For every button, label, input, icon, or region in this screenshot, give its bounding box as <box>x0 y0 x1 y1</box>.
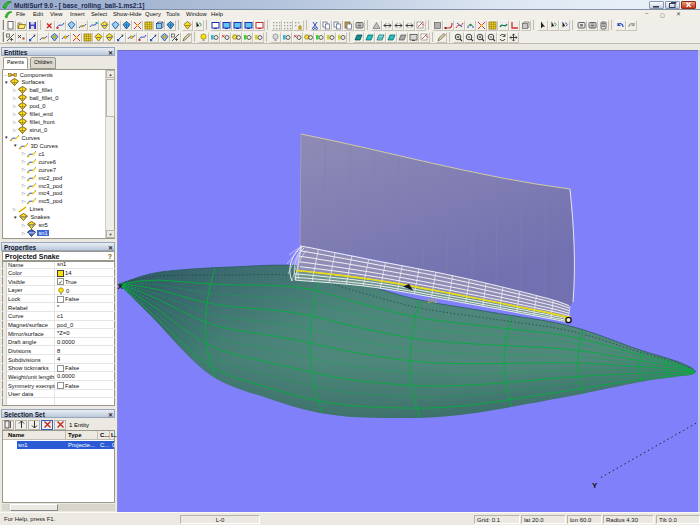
svg-text:X: X <box>118 282 124 291</box>
svg-text:Y: Y <box>592 481 598 490</box>
svg-text:sn1: sn1 <box>427 297 438 304</box>
